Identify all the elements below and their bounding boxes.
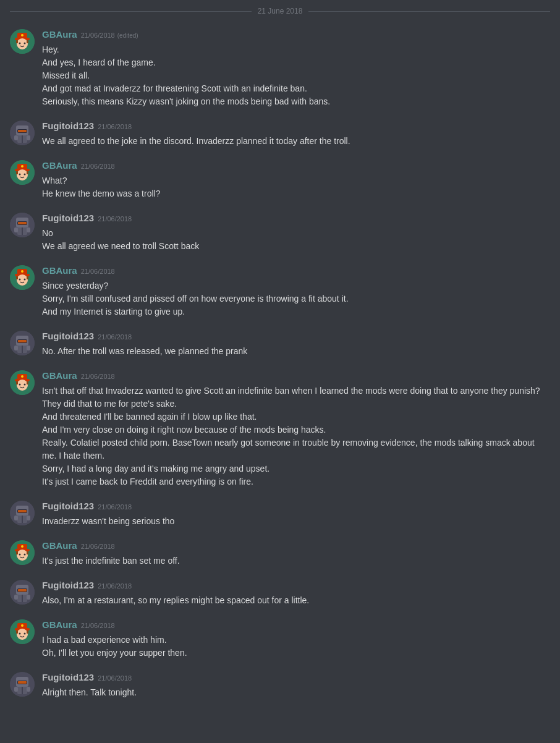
message-line: Hey.	[42, 43, 550, 56]
svg-point-91	[21, 624, 23, 627]
message-header: Fugitoid12321/06/2018	[42, 671, 550, 684]
svg-rect-58	[16, 381, 18, 384]
message-header: GBAura21/06/2018	[42, 539, 550, 552]
svg-rect-49	[14, 346, 18, 350]
svg-point-4	[19, 42, 21, 44]
username: Fugitoid123	[42, 499, 94, 512]
message-group: Fugitoid12321/06/2018No. After the troll…	[0, 325, 560, 363]
svg-point-55	[19, 383, 21, 385]
svg-point-22	[24, 173, 26, 175]
svg-point-21	[19, 173, 21, 175]
svg-rect-67	[27, 516, 30, 520]
svg-point-89	[19, 632, 21, 634]
message-text: Also, I'm at a restaurant, so my replies…	[42, 594, 550, 607]
svg-point-72	[19, 553, 21, 555]
svg-rect-46	[18, 340, 27, 342]
message-text: I had a bad experience with him.Oh, I'll…	[42, 634, 550, 660]
svg-rect-76	[27, 551, 28, 554]
svg-rect-101	[27, 687, 30, 692]
message-header: Fugitoid12321/06/2018	[42, 329, 550, 342]
timestamp: 21/06/2018	[98, 503, 132, 512]
timestamp: 21/06/2018	[98, 214, 132, 224]
timestamp: 21/06/2018	[81, 542, 115, 551]
svg-rect-8	[27, 40, 28, 43]
message-line: Sorry, I had a long day and it's making …	[42, 462, 550, 475]
message-line: They did that to me for pete's sake.	[42, 397, 550, 410]
timestamp: 21/06/2018	[81, 372, 115, 381]
message-content: GBAura21/06/2018It's just the indefinite…	[42, 539, 550, 567]
message-text: We all agreed to the joke in the discord…	[42, 135, 550, 148]
message-line: And yes, I heard of the game.	[42, 56, 550, 69]
username: Fugitoid123	[42, 119, 94, 132]
svg-rect-93	[27, 630, 28, 634]
message-content: Fugitoid12321/06/2018Alright then. Talk …	[42, 671, 550, 699]
message-line: It's just I came back to Freddit and eve…	[42, 475, 550, 488]
svg-point-88	[17, 629, 28, 640]
message-group: GBAura21/06/2018I had a bad experience w…	[0, 613, 560, 664]
message-line: Invaderzz wasn't being serious tho	[42, 515, 550, 528]
message-content: Fugitoid12321/06/2018We all agreed to th…	[42, 119, 550, 148]
message-line: We all agreed to the joke in the discord…	[42, 135, 550, 148]
svg-point-23	[21, 165, 23, 168]
timestamp: 21/06/2018	[81, 31, 115, 40]
username: GBAura	[42, 159, 77, 172]
username: Fugitoid123	[42, 329, 94, 342]
message-content: Fugitoid12321/06/2018Also, I'm at a rest…	[42, 579, 550, 607]
svg-point-5	[24, 42, 26, 44]
timestamp: 21/06/2018	[98, 122, 132, 132]
avatar	[10, 331, 35, 355]
svg-point-38	[19, 278, 21, 280]
svg-point-20	[17, 169, 28, 180]
message-text: Alright then. Talk tonight.	[42, 686, 550, 699]
message-line: Alright then. Talk tonight.	[42, 686, 550, 699]
svg-point-90	[24, 632, 26, 634]
timestamp: 21/06/2018	[81, 267, 115, 276]
message-group: GBAura21/06/2018Isn't that off that Inva…	[0, 364, 560, 493]
message-text: Hey.And yes, I heard of the game.Missed …	[42, 43, 550, 108]
svg-rect-63	[18, 510, 27, 512]
message-group: GBAura21/06/2018It's just the indefinite…	[0, 534, 560, 572]
message-content: Fugitoid12321/06/2018Invaderzz wasn't be…	[42, 499, 550, 528]
message-text: Isn't that off that Invaderzz wanted to …	[42, 384, 550, 488]
message-line: Missed it all.	[42, 69, 550, 82]
svg-point-56	[24, 383, 26, 385]
message-text: What?He knew the demo was a troll?	[42, 174, 550, 200]
message-text: NoWe all agreed we need to troll Scott b…	[42, 227, 550, 253]
message-line: We all agreed we need to troll Scott bac…	[42, 240, 550, 253]
message-content: Fugitoid12321/06/2018NoWe all agreed we …	[42, 211, 550, 253]
message-line: Oh, I'll let you enjoy your supper then.	[42, 647, 550, 660]
svg-point-6	[21, 34, 23, 36]
message-line: Really. Colatiel posted child porn. Base…	[42, 436, 550, 462]
message-line: Isn't that off that Invaderzz wanted to …	[42, 384, 550, 397]
svg-rect-12	[18, 130, 27, 132]
date-divider: 21 June 2018	[0, 0, 560, 23]
message-line: No. After the troll was released, we pla…	[42, 345, 550, 358]
svg-rect-42	[27, 276, 28, 279]
username: GBAura	[42, 618, 77, 631]
svg-rect-59	[27, 381, 28, 384]
svg-point-57	[21, 375, 23, 378]
message-line: And got mad at Invaderzz for threatening…	[42, 82, 550, 95]
timestamp: 21/06/2018	[81, 162, 115, 171]
message-header: Fugitoid12321/06/2018	[42, 211, 550, 224]
svg-rect-75	[16, 551, 18, 554]
message-header: GBAura21/06/2018	[42, 369, 550, 382]
message-content: GBAura21/06/2018Isn't that off that Inva…	[42, 369, 550, 488]
svg-rect-41	[16, 276, 18, 279]
username: Fugitoid123	[42, 211, 94, 224]
svg-rect-84	[27, 595, 30, 600]
avatar	[10, 370, 35, 395]
avatar	[10, 121, 35, 145]
message-line: Also, I'm at a restaurant, so my replies…	[42, 594, 550, 607]
message-header: GBAura21/06/2018(edited)	[42, 28, 550, 41]
message-text: Invaderzz wasn't being serious tho	[42, 515, 550, 528]
timestamp: 21/06/2018	[98, 674, 132, 683]
svg-point-3	[17, 38, 28, 49]
avatar	[10, 501, 35, 525]
message-text: Since yesterday?Sorry, I'm still confuse…	[42, 279, 550, 318]
username: Fugitoid123	[42, 579, 94, 592]
svg-rect-24	[16, 171, 18, 174]
message-line: It's just the indefinite ban set me off.	[42, 554, 550, 567]
message-line: He knew the demo was a troll?	[42, 187, 550, 200]
message-content: GBAura21/06/2018I had a bad experience w…	[42, 618, 550, 660]
